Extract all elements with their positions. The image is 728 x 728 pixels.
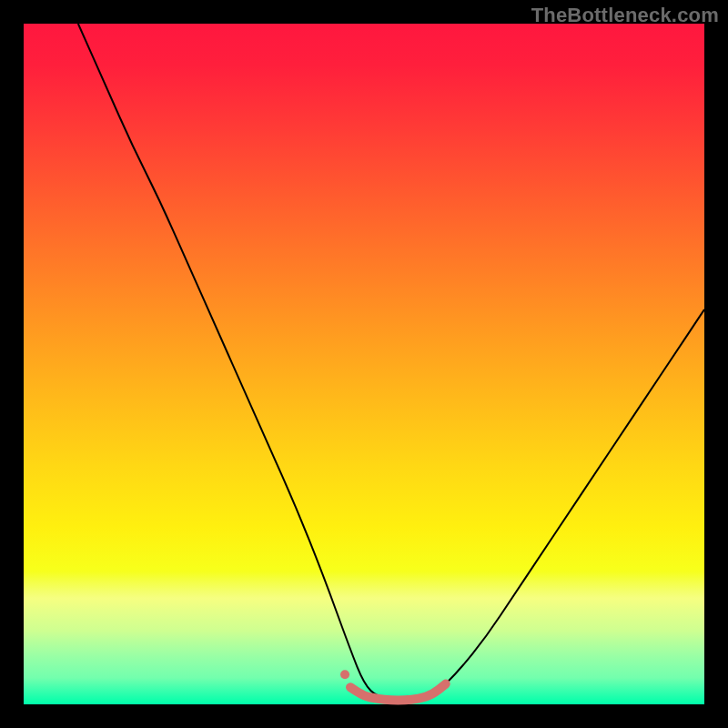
plot-area — [24, 24, 704, 704]
bottom-markers — [340, 670, 446, 700]
curve-layer — [24, 24, 704, 704]
left-curve — [78, 24, 405, 701]
chart-frame: TheBottleneck.com — [0, 0, 728, 728]
bottom-segment — [350, 684, 446, 701]
bottom-dot — [340, 670, 349, 679]
right-curve — [405, 309, 704, 701]
